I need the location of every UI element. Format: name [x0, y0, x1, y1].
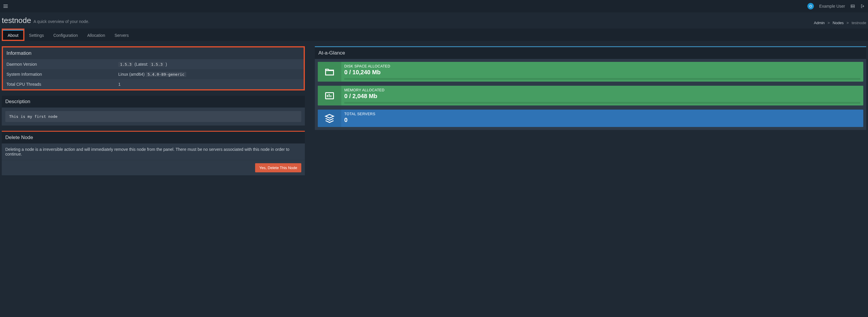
delete-node-description: Deleting a node is a irreversible action…: [2, 143, 305, 160]
menu-toggle-button[interactable]: [3, 3, 8, 9]
breadcrumb-current: testnode: [851, 21, 866, 25]
stat-servers-value: 0: [344, 117, 860, 123]
tab-settings[interactable]: Settings: [24, 29, 49, 41]
server-indicator-icon[interactable]: [850, 4, 855, 8]
tab-allocation[interactable]: Allocation: [83, 29, 110, 41]
system-info-value: Linux (amd64) 5.4.0-89-generic: [118, 72, 300, 77]
table-row: System Information Linux (amd64) 5.4.0-8…: [3, 69, 304, 79]
stat-disk-label: DISK SPACE ALLOCATED: [344, 64, 860, 68]
tab-bar: About Settings Configuration Allocation …: [0, 29, 868, 41]
daemon-version-label: Daemon Version: [6, 62, 118, 66]
power-icon: [807, 3, 814, 9]
svg-rect-1: [851, 6, 855, 8]
username-label[interactable]: Example User: [819, 4, 845, 8]
svg-point-3: [851, 7, 852, 7]
chart-bars-icon: [318, 86, 341, 106]
information-panel-title: Information: [3, 48, 304, 59]
glance-panel-title: At-a-Glance: [315, 47, 866, 59]
description-panel: Description This is my first node: [2, 96, 305, 125]
stat-memory-label: MEMORY ALLOCATED: [344, 88, 860, 92]
cpu-threads-value: 1: [118, 82, 300, 87]
information-panel: Information Daemon Version 1.5.3 (Latest…: [3, 48, 304, 89]
stat-disk: DISK SPACE ALLOCATED 0 / 10,240 Mb: [318, 62, 863, 82]
folder-icon: [318, 62, 341, 82]
tab-configuration[interactable]: Configuration: [49, 29, 83, 41]
page-subtitle: A quick overview of your node.: [34, 19, 89, 24]
tab-servers[interactable]: Servers: [110, 29, 133, 41]
glance-panel: At-a-Glance DISK SPACE ALLOCATED 0 / 10,…: [315, 46, 866, 130]
breadcrumb-admin[interactable]: Admin: [814, 21, 825, 25]
logout-button[interactable]: [860, 4, 865, 8]
description-panel-title: Description: [2, 96, 305, 108]
stat-disk-progress: [344, 78, 860, 80]
delete-node-panel: Delete Node Deleting a node is a irrever…: [2, 131, 305, 175]
table-row: Total CPU Threads 1: [3, 79, 304, 89]
stat-servers-label: TOTAL SERVERS: [344, 112, 860, 116]
description-body: This is my first node: [5, 111, 301, 122]
page-title: testnode: [2, 16, 31, 25]
stat-memory: MEMORY ALLOCATED 0 / 2,048 Mb: [318, 86, 863, 106]
tab-about[interactable]: About: [3, 30, 23, 40]
delete-node-panel-title: Delete Node: [2, 132, 305, 143]
topbar: Example User: [0, 0, 868, 12]
system-info-label: System Information: [6, 72, 118, 77]
stat-memory-progress: [344, 102, 860, 104]
stat-disk-value: 0 / 10,240 Mb: [344, 69, 860, 76]
breadcrumb: Admin > Nodes > testnode: [814, 21, 866, 25]
layers-icon: [318, 110, 341, 127]
page-header: testnode A quick overview of your node. …: [0, 12, 868, 29]
table-row: Daemon Version 1.5.3 (Latest: 1.5.3 ): [3, 59, 304, 69]
hamburger-icon: [3, 3, 8, 9]
stat-memory-value: 0 / 2,048 Mb: [344, 93, 860, 99]
svg-point-2: [851, 5, 852, 6]
breadcrumb-nodes[interactable]: Nodes: [833, 21, 844, 25]
stat-servers: TOTAL SERVERS 0: [318, 110, 863, 127]
cpu-threads-label: Total CPU Threads: [6, 82, 118, 87]
daemon-version-value: 1.5.3 (Latest: 1.5.3 ): [118, 62, 300, 66]
delete-node-button[interactable]: Yes, Delete This Node: [255, 163, 301, 172]
svg-rect-0: [851, 5, 855, 6]
